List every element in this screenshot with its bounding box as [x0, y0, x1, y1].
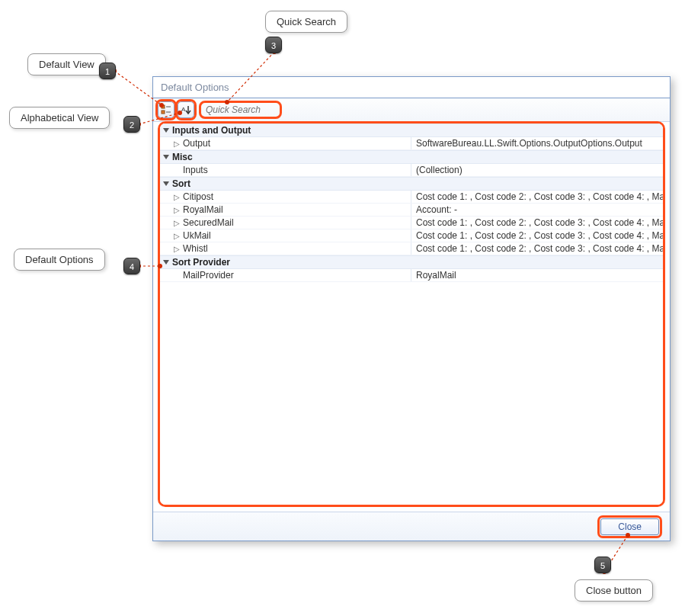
dialog-footer: Close	[153, 512, 670, 541]
prop-name: MailProvider	[183, 270, 234, 281]
category-misc[interactable]: Misc	[160, 150, 663, 164]
svg-text:A: A	[181, 106, 186, 113]
callout-alphabetical-view: Alphabetical View	[9, 107, 110, 129]
category-label: Sort Provider	[172, 257, 230, 268]
prop-name: SecuredMail	[183, 217, 234, 228]
prop-value: SoftwareBureau.LL.Swift.Options.OutputOp…	[411, 137, 663, 149]
category-inputs-output[interactable]: Inputs and Output	[160, 124, 663, 137]
prop-name: UkMail	[183, 230, 211, 241]
callout-badge-3: 3	[265, 37, 282, 53]
property-grid-highlight: Inputs and Output ▷Output SoftwareBureau…	[158, 121, 665, 507]
callout-badge-1: 1	[99, 63, 116, 79]
collapse-icon	[163, 128, 169, 133]
prop-value: Cost code 1: , Cost code 2: , Cost code …	[411, 242, 663, 255]
prop-value: Cost code 1: , Cost code 2: , Cost code …	[411, 191, 663, 203]
callout-close-button: Close button	[575, 579, 653, 602]
svg-rect-16	[162, 111, 165, 114]
close-button[interactable]: Close	[600, 518, 659, 535]
callout-quick-search: Quick Search	[265, 11, 347, 33]
expand-icon: ▷	[174, 219, 180, 227]
prop-name: Output	[183, 138, 210, 149]
callout-badge-2: 2	[123, 116, 140, 133]
alphabetical-view-icon: A	[181, 104, 191, 115]
expand-icon: ▷	[174, 193, 180, 201]
prop-name: Whistl	[183, 243, 208, 254]
dialog-title: Default Options	[153, 77, 670, 98]
prop-name: RoyalMail	[183, 204, 223, 215]
expand-icon: ▷	[174, 140, 180, 148]
callout-default-view: Default View	[27, 53, 106, 75]
prop-name: Citipost	[183, 191, 213, 202]
property-grid[interactable]: Inputs and Output ▷Output SoftwareBureau…	[160, 124, 663, 505]
quick-search-input[interactable]	[204, 103, 277, 117]
svg-rect-15	[162, 105, 165, 108]
categorized-view-icon	[161, 104, 171, 115]
category-label: Inputs and Output	[172, 125, 251, 136]
prop-value: (Collection)	[411, 164, 663, 176]
toolbar: A	[153, 98, 670, 122]
expand-icon: ▷	[174, 206, 180, 214]
prop-value: Cost code 1: , Cost code 2: , Cost code …	[411, 229, 663, 242]
row-citipost[interactable]: ▷Citipost Cost code 1: , Cost code 2: , …	[160, 191, 663, 204]
collapse-icon	[163, 181, 169, 186]
row-royalmail[interactable]: ▷RoyalMail Account: -	[160, 204, 663, 217]
callout-badge-5: 5	[594, 557, 611, 573]
categorized-view-button[interactable]	[158, 101, 174, 118]
row-whistl[interactable]: ▷Whistl Cost code 1: , Cost code 2: , Co…	[160, 242, 663, 255]
row-ukmail[interactable]: ▷UkMail Cost code 1: , Cost code 2: , Co…	[160, 229, 663, 242]
category-sort[interactable]: Sort	[160, 177, 663, 191]
prop-value: Account: -	[411, 204, 663, 216]
row-output[interactable]: ▷Output SoftwareBureau.LL.Swift.Options.…	[160, 137, 663, 150]
callout-badge-4: 4	[123, 258, 140, 274]
category-label: Sort	[172, 178, 190, 189]
expand-icon: ▷	[174, 245, 180, 253]
prop-name: Inputs	[183, 165, 208, 175]
alphabetical-view-button[interactable]: A	[178, 101, 194, 118]
default-options-dialog: Default Options A Inputs and	[152, 76, 671, 541]
category-label: Misc	[172, 152, 193, 162]
callout-default-options: Default Options	[14, 249, 105, 271]
collapse-icon	[163, 155, 169, 159]
prop-value: RoyalMail	[411, 269, 663, 281]
expand-icon: ▷	[174, 232, 180, 240]
category-sort-provider[interactable]: Sort Provider	[160, 255, 663, 269]
row-inputs[interactable]: Inputs (Collection)	[160, 164, 663, 177]
quick-search-wrap	[199, 101, 282, 119]
row-mailprovider[interactable]: MailProvider RoyalMail	[160, 269, 663, 282]
collapse-icon	[163, 260, 169, 265]
prop-value: Cost code 1: , Cost code 2: , Cost code …	[411, 217, 663, 229]
row-securedmail[interactable]: ▷SecuredMail Cost code 1: , Cost code 2:…	[160, 217, 663, 229]
